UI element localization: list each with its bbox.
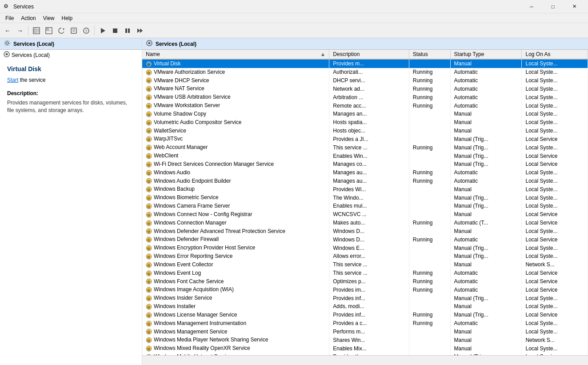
table-row[interactable]: ⚙VMware Authorization ServiceAuthorizati… xyxy=(142,68,588,76)
table-row[interactable]: ⚙Windows Media Player Network Sharing Se… xyxy=(142,336,588,344)
service-logon-cell: Local Syste... xyxy=(522,168,588,177)
table-row[interactable]: ⚙Windows BackupProvides Wi...ManualLocal… xyxy=(142,185,588,193)
table-row[interactable]: ⚙Windows Mixed Reality OpenXR ServiceEna… xyxy=(142,344,588,353)
service-startup-cell: Automatic xyxy=(450,269,522,277)
service-logon-cell: Local Service xyxy=(522,285,588,294)
table-row[interactable]: ⚙Windows Connection ManagerMakes auto...… xyxy=(142,219,588,227)
close-button[interactable]: ✕ xyxy=(564,0,584,13)
pause-service-button[interactable] xyxy=(122,25,133,36)
svg-text:⚙: ⚙ xyxy=(147,347,150,351)
service-desc-cell: WCNCSVC ... xyxy=(329,210,409,219)
resume-service-button[interactable] xyxy=(134,25,146,36)
table-row[interactable]: ⚙Windows Audio Endpoint BuilderManages a… xyxy=(142,177,588,185)
table-row[interactable]: ⚙Windows Defender FirewallWindows D...Ru… xyxy=(142,235,588,244)
table-row[interactable]: ⚙Windows Image Acquisition (WIA)Provides… xyxy=(142,285,588,294)
table-row[interactable]: ⚙VMware USB Arbitration ServiceArbitrati… xyxy=(142,93,588,101)
table-row[interactable]: ⚙WarpJITSvcProvides a JI...Manual (Trig.… xyxy=(142,135,588,143)
service-row-icon: ⚙ xyxy=(146,144,152,151)
table-row[interactable]: ⚙Volumetric Audio Compositor ServiceHost… xyxy=(142,118,588,127)
table-row[interactable]: ⚙Web Account ManagerThis service ...Runn… xyxy=(142,143,588,152)
svg-rect-9 xyxy=(71,28,76,33)
svg-marker-14 xyxy=(101,28,105,33)
svg-rect-15 xyxy=(113,28,117,33)
service-name-text: WarpJITSvc xyxy=(154,136,183,142)
menu-view[interactable]: View xyxy=(40,14,58,22)
service-logon-cell: Local Syste... xyxy=(522,118,588,127)
table-row[interactable]: ⚙Windows Biometric ServiceThe Windo...Ma… xyxy=(142,193,588,202)
back-button[interactable]: ← xyxy=(2,25,13,36)
service-status-cell xyxy=(409,152,450,160)
table-row[interactable]: ⚙Windows Event CollectorThis service ...… xyxy=(142,261,588,269)
service-name-cell: ⚙WebClient xyxy=(142,152,329,160)
forward-button[interactable]: → xyxy=(14,25,26,36)
service-logon-cell: Local Syste... xyxy=(522,344,588,353)
minimize-button[interactable]: ─ xyxy=(521,0,542,13)
svg-text:⚙: ⚙ xyxy=(147,180,150,184)
table-row[interactable]: ⚙Windows Management InstrumentationProvi… xyxy=(142,319,588,328)
table-row[interactable]: ⚙Windows InstallerAdds, modi...ManualLoc… xyxy=(142,302,588,311)
table-row[interactable]: ⚙Windows Camera Frame ServerEnables mul.… xyxy=(142,202,588,210)
service-desc-cell: This service ... xyxy=(329,143,409,152)
service-row-icon: ⚙ xyxy=(146,245,152,251)
service-desc-cell: Performs m... xyxy=(329,328,409,336)
start-icon xyxy=(99,27,106,34)
table-row[interactable]: ⚙Windows Insider ServiceProvides inf...M… xyxy=(142,294,588,302)
properties-button[interactable] xyxy=(68,25,80,36)
start-service-button[interactable] xyxy=(97,25,108,36)
table-row[interactable]: ⚙WalletServiceHosts objec...ManualLocal … xyxy=(142,127,588,135)
table-row[interactable]: ⚙Virtual DiskProvides m...ManualLocal Sy… xyxy=(142,59,588,68)
service-name-cell: ⚙Windows Error Reporting Service xyxy=(142,252,329,261)
table-row[interactable]: ⚙VMware Workstation ServerRemote acc...R… xyxy=(142,101,588,110)
service-name-text: Windows Image Acquisition (WIA) xyxy=(154,286,234,293)
col-header-status[interactable]: Status xyxy=(409,50,450,59)
service-row-icon: ⚙ xyxy=(146,111,152,117)
menu-file[interactable]: File xyxy=(2,14,17,22)
service-name-text: VMware Workstation Server xyxy=(154,102,220,108)
table-row[interactable]: ⚙Volume Shadow CopyManages an...ManualLo… xyxy=(142,110,588,118)
services-table-container[interactable]: Name ▲ Description Status Startup Type L… xyxy=(142,50,588,355)
service-name-text: Windows Management Service xyxy=(154,329,227,335)
menu-action[interactable]: Action xyxy=(17,14,39,22)
refresh-button[interactable] xyxy=(56,25,67,36)
svg-rect-17 xyxy=(128,28,130,33)
table-row[interactable]: ⚙Windows License Manager ServiceProvides… xyxy=(142,311,588,319)
service-name-cell: ⚙Windows Event Collector xyxy=(142,261,329,269)
service-logon-cell: Local Syste... xyxy=(522,185,588,193)
sort-arrow-name: ▲ xyxy=(320,51,325,57)
sidebar-header-label: Services (Local) xyxy=(13,41,54,47)
table-row[interactable]: ⚙Windows AudioManages au...RunningAutoma… xyxy=(142,168,588,177)
col-header-name[interactable]: Name ▲ xyxy=(142,50,329,59)
service-desc-cell: Hosts spatia... xyxy=(329,118,409,127)
table-row[interactable]: ⚙Windows Defender Advanced Threat Protec… xyxy=(142,227,588,236)
sidebar-tree-item[interactable]: Services (Local) xyxy=(0,50,142,60)
table-row[interactable]: ⚙Windows Encryption Provider Host Servic… xyxy=(142,244,588,252)
table-row[interactable]: ⚙Windows Error Reporting ServiceAllows e… xyxy=(142,252,588,261)
table-row[interactable]: ⚙Windows Event LogThis service ...Runnin… xyxy=(142,269,588,277)
stop-service-button[interactable] xyxy=(109,25,121,36)
service-startup-cell: Automatic xyxy=(450,101,522,110)
svg-text:⚙: ⚙ xyxy=(147,112,150,116)
col-header-logon[interactable]: Log On As xyxy=(522,50,588,59)
table-row[interactable]: ⚙WebClientEnables Win...Manual (Trig...L… xyxy=(142,152,588,160)
maximize-button[interactable]: □ xyxy=(543,0,563,13)
service-name-text: Windows Connection Manager xyxy=(154,220,226,226)
svg-marker-18 xyxy=(137,28,140,33)
table-row[interactable]: ⚙VMware DHCP ServiceDHCP servi...Running… xyxy=(142,76,588,85)
show-console-button[interactable] xyxy=(31,25,42,36)
pause-icon xyxy=(124,27,131,34)
help-button[interactable]: ? xyxy=(80,25,92,36)
menu-help[interactable]: Help xyxy=(58,14,76,22)
table-row[interactable]: ⚙Windows Management ServicePerforms m...… xyxy=(142,328,588,336)
service-startup-cell: Manual (Trig... xyxy=(450,311,522,319)
table-row[interactable]: ⚙VMware NAT ServiceNetwork ad...RunningA… xyxy=(142,84,588,93)
table-row[interactable]: ⚙Wi-Fi Direct Services Connection Manage… xyxy=(142,160,588,168)
start-service-link[interactable]: Start xyxy=(7,77,18,83)
scope-button[interactable] xyxy=(43,25,55,36)
service-logon-cell: Local Service xyxy=(522,152,588,160)
table-row[interactable]: ⚙Windows Connect Now - Config RegistrarW… xyxy=(142,210,588,219)
svg-point-25 xyxy=(148,42,151,44)
service-startup-cell: Manual (Trig... xyxy=(450,135,522,143)
col-header-startup[interactable]: Startup Type xyxy=(450,50,522,59)
col-header-description[interactable]: Description xyxy=(329,50,409,59)
table-row[interactable]: ⚙Windows Font Cache ServiceOptimizes p..… xyxy=(142,277,588,286)
